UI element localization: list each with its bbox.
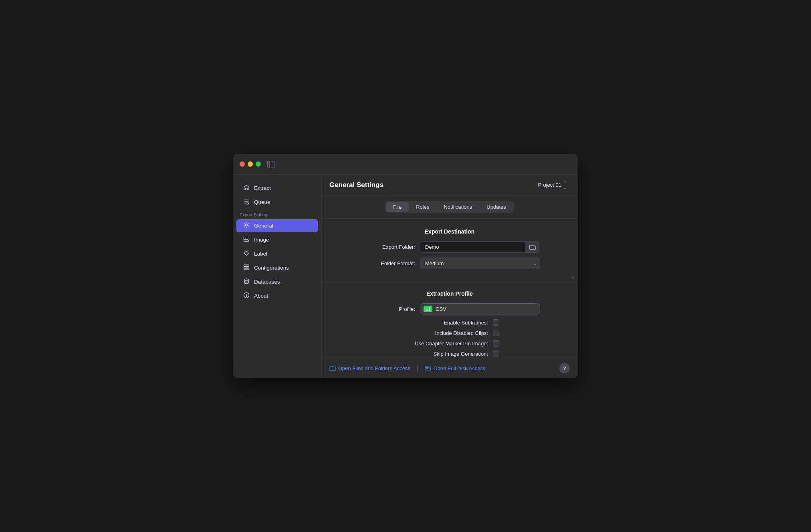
profile-row: Profile: CSV ⌄ [337, 303, 562, 314]
svg-rect-16 [426, 367, 429, 368]
chevron-updown-icon: ⌃⌄ [563, 180, 567, 190]
skip-image-generation-row: Skip Image Generation: [337, 351, 562, 357]
svg-rect-12 [428, 308, 428, 311]
export-folder-value: Demo [420, 242, 525, 252]
sidebar-item-label[interactable]: Label [236, 247, 318, 260]
open-disk-link[interactable]: Open Full Disk Access [425, 365, 486, 371]
profile-select[interactable]: CSV ⌄ [420, 303, 540, 314]
label-icon [243, 250, 250, 258]
export-folder-row: Export Folder: Demo [337, 241, 562, 253]
extraction-profile-section: Extraction Profile Profile: [321, 290, 578, 358]
project-selector[interactable]: Project 01 ⌃⌄ [535, 178, 570, 192]
export-folder-input-wrap[interactable]: Demo [420, 241, 540, 253]
home-icon [243, 184, 250, 192]
sidebar-toggle-button[interactable] [267, 161, 274, 167]
profile-badge [424, 306, 432, 312]
sidebar-item-configurations-label: Configurations [254, 265, 289, 271]
folder-format-label: Folder Format: [359, 260, 415, 266]
include-disabled-clips-label: Include Disabled Clips: [400, 330, 488, 336]
page-title: General Settings [329, 181, 383, 189]
sidebar-item-image-label: Image [254, 237, 269, 243]
queue-icon [243, 198, 250, 206]
profile-value: CSV [436, 306, 528, 312]
use-chapter-marker-label: Use Chapter Marker Pin Image: [400, 341, 488, 347]
help-button[interactable]: ? [559, 363, 570, 373]
sidebar-item-queue[interactable]: Queue [236, 195, 318, 209]
svg-rect-6 [244, 267, 249, 268]
traffic-lights [240, 161, 261, 167]
folder-format-row: Folder Format: Small Medium Large ⌄ [337, 258, 562, 269]
maximize-button[interactable] [256, 161, 261, 167]
content-scroll: Export Destination Export Folder: Demo [321, 219, 578, 358]
tab-file[interactable]: File [386, 202, 409, 212]
about-icon [243, 292, 250, 300]
enable-subframes-checkbox[interactable] [493, 319, 499, 326]
tab-notifications[interactable]: Notifications [436, 202, 479, 212]
svg-point-4 [245, 238, 246, 239]
svg-point-8 [244, 279, 248, 280]
sidebar-item-image[interactable]: Image [236, 233, 318, 246]
open-files-link-label: Open Files and Folders Access [338, 365, 410, 371]
export-destination-section: Export Destination Export Folder: Demo [321, 228, 578, 282]
export-destination-title: Export Destination [337, 228, 562, 235]
svg-point-2 [246, 224, 248, 226]
svg-point-15 [430, 368, 430, 369]
use-chapter-marker-row: Use Chapter Marker Pin Image: [337, 340, 562, 347]
sidebar-item-about[interactable]: About [236, 289, 318, 302]
export-folder-label: Export Folder: [359, 244, 415, 250]
svg-rect-3 [244, 237, 249, 242]
extraction-profile-title: Extraction Profile [337, 290, 562, 297]
sidebar-item-extract[interactable]: Extract [236, 181, 318, 195]
skip-image-generation-label: Skip Image Generation: [400, 351, 488, 357]
sidebar-item-general[interactable]: General [236, 219, 318, 232]
sidebar-item-label-label: Label [254, 251, 267, 257]
profile-chevron-icon: ⌄ [571, 274, 575, 279]
use-chapter-marker-checkbox[interactable] [493, 340, 499, 347]
enable-subframes-row: Enable Subframes: [337, 319, 562, 326]
minimize-button[interactable] [248, 161, 253, 167]
main-window: Extract Queue Export Settings [233, 154, 578, 378]
open-disk-link-label: Open Full Disk Access [434, 365, 486, 371]
svg-rect-17 [426, 369, 428, 369]
image-icon [243, 236, 250, 244]
export-settings-label: Export Settings [233, 209, 321, 219]
tabs-group: File Roles Notifications Updates [385, 201, 514, 213]
titlebar [233, 154, 578, 175]
include-disabled-clips-row: Include Disabled Clips: [337, 330, 562, 336]
folder-format-select[interactable]: Small Medium Large [420, 258, 540, 269]
open-files-link[interactable]: Open Files and Folders Access [329, 365, 410, 371]
enable-subframes-label: Enable Subframes: [400, 320, 488, 326]
sidebar: Extract Queue Export Settings [233, 175, 321, 378]
general-icon [243, 222, 250, 230]
sidebar-item-queue-label: Queue [254, 199, 270, 205]
tab-updates[interactable]: Updates [479, 202, 513, 212]
footer-links: Open Files and Folders Access | Open Ful… [329, 365, 486, 371]
svg-rect-0 [267, 161, 274, 167]
folder-browse-button[interactable] [525, 242, 540, 252]
sidebar-item-general-label: General [254, 223, 273, 229]
content-header: General Settings Project 01 ⌃⌄ [321, 175, 578, 195]
project-selector-label: Project 01 [538, 182, 561, 188]
tabs-bar: File Roles Notifications Updates [321, 195, 578, 219]
content-panel: General Settings Project 01 ⌃⌄ File Role… [321, 175, 578, 378]
sidebar-item-databases[interactable]: Databases [236, 275, 318, 288]
folder-format-select-wrap: Small Medium Large ⌄ [420, 258, 540, 269]
sidebar-item-databases-label: Databases [254, 279, 280, 285]
profile-label: Profile: [359, 306, 415, 312]
configurations-icon [243, 264, 250, 272]
tab-roles[interactable]: Roles [409, 202, 436, 212]
footer-divider: | [417, 365, 418, 371]
main-layout: Extract Queue Export Settings [233, 175, 578, 378]
svg-rect-13 [429, 307, 430, 311]
databases-icon [243, 278, 250, 286]
svg-point-10 [246, 294, 247, 294]
skip-image-generation-checkbox[interactable] [493, 351, 499, 357]
svg-rect-5 [244, 265, 249, 266]
content-footer: Open Files and Folders Access | Open Ful… [321, 358, 578, 378]
sidebar-item-extract-label: Extract [254, 185, 271, 191]
sidebar-item-configurations[interactable]: Configurations [236, 261, 318, 274]
sidebar-item-about-label: About [254, 293, 268, 299]
svg-rect-11 [426, 310, 427, 311]
close-button[interactable] [240, 161, 245, 167]
include-disabled-clips-checkbox[interactable] [493, 330, 499, 336]
